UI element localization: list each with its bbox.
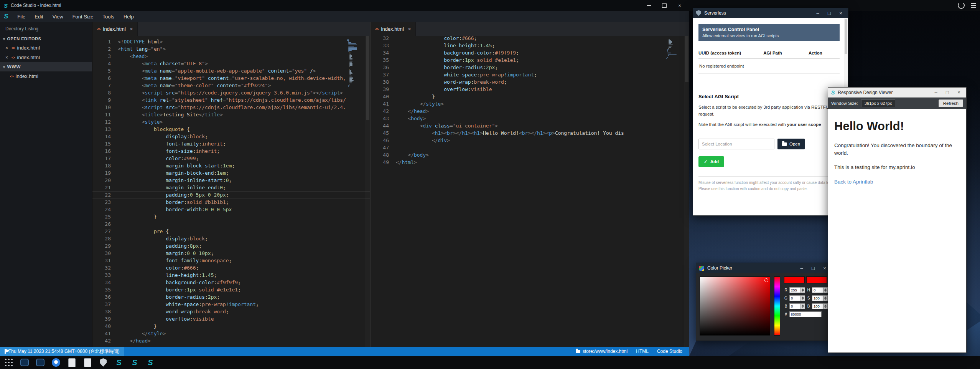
responsive-viewer-title-bar[interactable]: S Responsive Design Viewer – □ × [828,88,966,98]
code-line[interactable]: 21 margin-inline-end:0; [92,184,370,191]
code-editor[interactable]: 32 color:#666;33 line-height:1.45;34 bac… [371,36,689,347]
code-line[interactable]: 41 </style> [92,330,370,337]
app-launcher-icon[interactable] [4,357,14,367]
file-item[interactable]: ×<>index.html [0,43,92,53]
stepper-icon[interactable] [824,295,828,301]
color-cursor[interactable] [764,278,768,282]
code-line[interactable]: 36 border-radius:2px; [92,293,370,301]
code-line[interactable]: 28 display:block; [92,235,370,242]
menu-item-help[interactable]: Help [119,11,138,22]
stepper-icon[interactable] [801,295,805,301]
code-line[interactable]: 33 line-height:1.45; [371,42,689,49]
tab-close-icon[interactable]: × [408,26,411,32]
code-line[interactable]: 34 background-color:#f9f9f9; [371,49,689,56]
code-line[interactable]: 32 color:#666; [92,264,370,271]
file-item[interactable]: ×<>index.html [0,53,92,62]
tab-index-html[interactable]: <> index.html × [371,22,416,36]
menu-item-font-size[interactable]: Font Size [68,11,98,22]
scrollbar[interactable] [365,36,370,347]
code-line[interactable]: 40 } [371,93,689,100]
code-line[interactable]: 47 [371,144,689,151]
minimap[interactable] [666,39,684,60]
maximize-button[interactable]: □ [825,10,833,16]
system-menu-icon[interactable] [971,3,976,8]
code-line[interactable]: 37 white-space:pre-wrap!important; [92,301,370,308]
code-line[interactable]: 31 font-family:monospace; [92,257,370,264]
code-line[interactable]: 42 </head> [92,337,370,344]
status-language[interactable]: HTML [636,349,649,354]
red-input[interactable] [789,287,801,293]
menu-item-edit[interactable]: Edit [30,11,48,22]
status-app-name[interactable]: Code Studio [657,349,682,354]
tab-close-icon[interactable]: × [130,26,133,32]
add-button[interactable]: ✓ Add [698,156,724,167]
code-line[interactable]: 14 display:block; [92,133,370,140]
code-line[interactable]: 4 <meta charset="UTF-8"> [92,60,370,67]
code-line[interactable]: 19 margin-block-end:1em; [92,169,370,177]
open-button[interactable]: Open [777,139,805,149]
code-line[interactable]: 44 <div class="ui container"> [371,122,689,129]
sync-spinner-icon[interactable] [958,2,965,9]
code-line[interactable]: 45 <h1><br></h1><h1>Hello World!<br></h1… [371,129,689,137]
code-line[interactable]: 29 padding:8px; [92,242,370,250]
code-editor[interactable]: 1<!DOCTYPE html>2<html lang="en">3 <head… [92,36,370,347]
maximize-button[interactable] [657,0,672,11]
code-line[interactable]: 25 } [92,213,370,220]
code-line[interactable]: 42 </head> [371,108,689,115]
browser-icon[interactable] [51,357,61,367]
maximize-button[interactable]: □ [943,89,952,95]
code-line[interactable]: 10 <script src="https://cdnjs.cloudflare… [92,104,370,111]
hex-input[interactable] [789,311,822,317]
terminal-icon-2[interactable] [35,357,45,367]
minimize-button[interactable] [641,0,657,11]
maximize-button[interactable]: □ [809,265,817,271]
code-line[interactable]: 36 border-radius:2px; [371,64,689,71]
minimize-button[interactable]: – [814,10,822,16]
code-line[interactable]: 5 <meta name="apple-mobile-web-app-capab… [92,67,370,74]
menu-item-file[interactable]: File [13,11,30,22]
green-input[interactable] [789,295,801,301]
stepper-icon[interactable] [801,303,805,309]
code-line[interactable]: 48 </body> [371,151,689,159]
code-line[interactable]: 40 } [92,323,370,330]
refresh-button[interactable]: Refresh [939,99,963,107]
code-line[interactable]: 38 word-wrap:break-word; [92,308,370,315]
code-line[interactable]: 39 overflow:visible [92,315,370,323]
saturation-input[interactable] [812,295,824,301]
section-folder-www[interactable]: ▾ WWW [0,62,92,71]
code-line[interactable]: 11 <title>Testing Site</title> [92,111,370,118]
file-item[interactable]: <>index.html [0,71,92,81]
code-line[interactable]: 37 white-space:pre-wrap!important; [371,71,689,78]
code-studio-icon[interactable]: S [114,357,124,367]
code-line[interactable]: 38 word-wrap:break-word; [371,78,689,86]
terminal-icon[interactable] [20,357,30,367]
scrollbar[interactable] [684,36,689,347]
code-line[interactable]: 12 <style> [92,118,370,126]
code-studio-icon-2[interactable]: S [130,357,140,367]
code-line[interactable]: 43 <body> [371,115,689,122]
code-line[interactable]: 41 </style> [371,100,689,108]
close-button[interactable]: × [837,10,845,16]
code-line[interactable]: 18 margin-block-start:1em; [92,162,370,169]
minimize-button[interactable]: – [932,89,940,95]
minimap[interactable] [347,39,365,87]
stepper-icon[interactable] [824,303,828,309]
hue-slider[interactable] [774,276,780,336]
menu-item-tools[interactable]: Tools [98,11,119,22]
saturation-brightness-field[interactable] [700,276,770,336]
security-app-icon[interactable] [98,357,108,367]
status-datetime[interactable]: Thu May 11 2023 21:54:48 GMT+0800 (台北標準時… [0,347,124,356]
file-manager-icon[interactable] [67,357,77,367]
code-line[interactable]: 39 overflow:visible [371,86,689,93]
code-line[interactable]: 8 <script src="https://code.jquery.com/j… [92,89,370,96]
status-file-path[interactable]: store:/www/index.html [576,349,628,354]
code-line[interactable]: 2<html lang="en"> [92,45,370,53]
code-line[interactable]: 20 margin-inline-start:0; [92,177,370,184]
code-line[interactable]: 24 border-width:0 0 0 5px [92,206,370,213]
code-line[interactable]: 26 [92,220,370,228]
brightness-input[interactable] [812,303,824,309]
code-line[interactable]: 22 padding:0 5px 0 20px; [92,191,370,199]
code-line[interactable]: 34 background-color:#f9f9f9; [92,279,370,286]
close-button[interactable]: × [955,89,963,95]
window-size-value[interactable]: 361px x 627px [861,99,896,107]
